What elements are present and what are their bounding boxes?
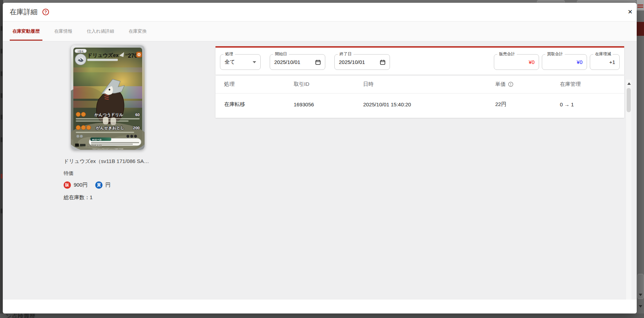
price-row: 販 900円 買 円 bbox=[64, 181, 111, 189]
header-datetime: 日時 bbox=[363, 81, 495, 88]
total-stock: 総在庫数：1 bbox=[64, 194, 92, 201]
scrollbar-thumb[interactable] bbox=[627, 88, 631, 112]
card-name: ドリュウズex（sv11B 171/086 SA… bbox=[64, 158, 168, 165]
end-date-input[interactable]: 終了日 2025/10/01 bbox=[334, 54, 390, 70]
cell-datetime: 2025/10/01 15:40:20 bbox=[363, 101, 495, 107]
sales-total-value: ¥0 bbox=[529, 59, 535, 65]
stock-change-value: +1 bbox=[609, 59, 615, 65]
end-date-value: 2025/10/01 bbox=[339, 59, 365, 65]
tab-stock-convert[interactable]: 在庫変換 bbox=[126, 22, 149, 41]
purchase-total-label: 買取合計 bbox=[545, 51, 565, 57]
header-transaction-id: 取引ID bbox=[294, 81, 363, 88]
sell-badge-icon: 販 bbox=[64, 181, 71, 189]
card-number: 171/086 SAR bbox=[87, 145, 102, 147]
header-process: 処理 bbox=[224, 81, 294, 88]
card-copyright: ©2025 Pokémon/Nintendo/Creatures/GAME FR… bbox=[92, 148, 124, 150]
attack1-damage: 60 bbox=[135, 113, 140, 117]
cell-stock-change: 0 → 1 bbox=[560, 101, 624, 107]
filter-bar: 処理 全て 開始日 2025/10/01 終了日 2025/10/01 bbox=[215, 46, 624, 75]
info-icon[interactable] bbox=[508, 82, 513, 87]
header-unit-price: 単価 bbox=[495, 81, 506, 88]
background-bottom-strip: ン点検履歴 bbox=[0, 313, 644, 318]
table-header: 処理 取引ID 日時 単価 在庫管理 bbox=[215, 75, 624, 93]
card-grade-label: 特価 bbox=[64, 170, 73, 177]
header-stock-management: 在庫管理 bbox=[560, 81, 624, 88]
sales-total-box: 販売合計 ¥0 bbox=[494, 54, 539, 70]
page-title: 在庫詳細 bbox=[10, 7, 38, 17]
end-date-label: 終了日 bbox=[338, 51, 353, 57]
card-name-title: ドリュウズex bbox=[87, 52, 119, 58]
inventory-detail-modal: 在庫詳細 ? ✕ 在庫変動履歴 在庫情報 仕入れ値詳細 在庫変換 bbox=[3, 3, 637, 313]
stock-change-label: 在庫増減 bbox=[593, 51, 613, 57]
scrollbar[interactable] bbox=[626, 80, 631, 300]
purchase-total-box: 買取合計 ¥0 bbox=[542, 54, 587, 70]
scroll-up-icon[interactable] bbox=[626, 80, 632, 87]
process-filter-label: 処理 bbox=[223, 51, 235, 57]
cell-unit-price: 22円 bbox=[495, 101, 560, 108]
start-date-label: 開始日 bbox=[273, 51, 289, 57]
process-filter-value: 全て bbox=[225, 59, 235, 65]
sales-total-label: 販売合計 bbox=[497, 51, 517, 57]
tab-stock-history[interactable]: 在庫変動履歴 bbox=[10, 22, 42, 41]
process-filter-select[interactable]: 処理 全て bbox=[220, 54, 261, 70]
purchase-total-value: ¥0 bbox=[577, 59, 582, 65]
table-row: 在庫転移 1693056 2025/10/01 15:40:20 22円 0 →… bbox=[215, 93, 624, 115]
buy-price: 円 bbox=[105, 182, 111, 188]
start-date-input[interactable]: 開始日 2025/10/01 bbox=[270, 54, 325, 70]
calendar-icon[interactable] bbox=[380, 59, 385, 65]
stock-change-box: 在庫増減 +1 bbox=[590, 54, 620, 70]
attack2-name: がんせきおとし bbox=[96, 126, 124, 130]
tab-bar: 在庫変動履歴 在庫情報 仕入れ値詳細 在庫変換 bbox=[3, 21, 637, 41]
close-icon[interactable]: ✕ bbox=[626, 7, 635, 16]
background-input-fragment bbox=[537, 0, 565, 2]
attack1-name: かんつうドリル bbox=[94, 113, 124, 117]
background-right-strip bbox=[637, 0, 644, 318]
chevron-down-icon bbox=[253, 61, 256, 63]
cell-transaction-id: 1693056 bbox=[294, 101, 363, 107]
calendar-icon[interactable] bbox=[315, 59, 321, 65]
card-image: 1進化 ドリュウズex HP 270 かんつうドリル bbox=[71, 45, 145, 150]
modal-footer bbox=[3, 300, 637, 313]
history-panel: 処理 全て 開始日 2025/10/01 終了日 2025/10/01 bbox=[215, 46, 624, 118]
buy-badge-icon: 買 bbox=[95, 181, 103, 189]
start-date-value: 2025/10/01 bbox=[274, 59, 300, 65]
card-artwork: 1進化 ドリュウズex HP 270 かんつうドリル bbox=[71, 45, 145, 150]
attack2-damage: 200 bbox=[133, 126, 140, 130]
card-hp-value: 270 bbox=[128, 52, 138, 59]
content-area: 1進化 ドリュウズex HP 270 かんつうドリル bbox=[3, 41, 637, 300]
history-table: 処理 取引ID 日時 単価 在庫管理 在庫転移 169 bbox=[215, 75, 624, 118]
sell-price: 900円 bbox=[74, 182, 88, 188]
card-stage-label: 1進化 bbox=[78, 50, 84, 53]
background-input-fragment bbox=[577, 0, 636, 2]
cell-process: 在庫転移 bbox=[224, 101, 294, 108]
tab-purchase-price-detail[interactable]: 仕入れ値詳細 bbox=[84, 22, 117, 41]
help-icon[interactable]: ? bbox=[42, 9, 49, 15]
ex-rule-label: exルール bbox=[92, 138, 102, 141]
tab-stock-info[interactable]: 在庫情報 bbox=[51, 22, 75, 41]
modal-header: 在庫詳細 ? ✕ bbox=[3, 3, 637, 21]
